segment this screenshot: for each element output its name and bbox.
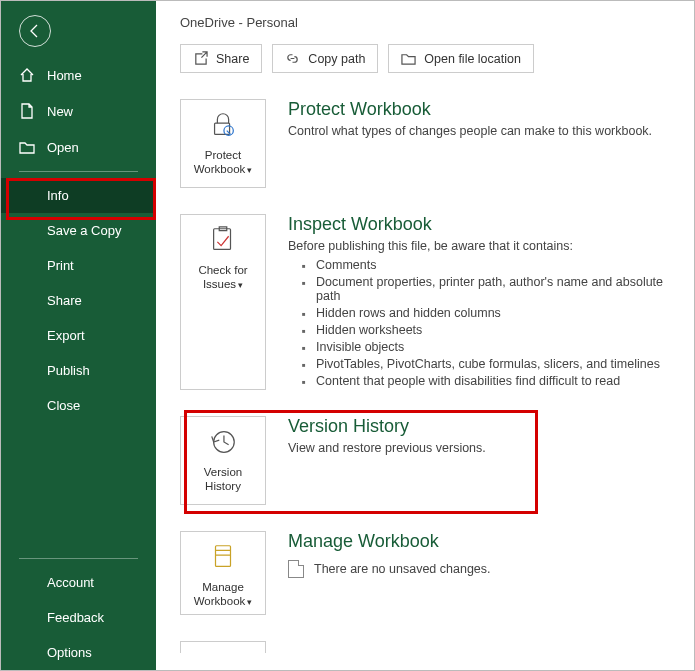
version-desc: View and restore previous versions. bbox=[288, 441, 676, 455]
chevron-down-icon: ▾ bbox=[247, 165, 252, 175]
check-issues-icon bbox=[208, 225, 238, 255]
page-title: OneDrive - Personal bbox=[180, 15, 676, 30]
nav-save-copy[interactable]: Save a Copy bbox=[1, 213, 156, 248]
svg-rect-0 bbox=[215, 123, 230, 134]
nav-close[interactable]: Close bbox=[1, 388, 156, 423]
version-tile-label: Version History bbox=[187, 465, 259, 494]
open-location-button[interactable]: Open file location bbox=[388, 44, 534, 73]
nav-export-label: Export bbox=[47, 328, 85, 343]
workbook-icon bbox=[208, 542, 238, 572]
arrow-left-icon bbox=[27, 23, 43, 39]
version-history-tile[interactable]: Version History bbox=[180, 416, 266, 505]
nav-account[interactable]: Account bbox=[1, 565, 156, 600]
manage-title: Manage Workbook bbox=[288, 531, 676, 552]
history-icon bbox=[208, 427, 238, 457]
inspect-list: Comments Document properties, printer pa… bbox=[288, 257, 676, 390]
share-button-label: Share bbox=[216, 52, 249, 66]
nav-home-label: Home bbox=[47, 68, 82, 83]
section-cutoff bbox=[180, 641, 676, 653]
section-inspect: Check for Issues▾ Inspect Workbook Befor… bbox=[180, 214, 676, 390]
nav-feedback-label: Feedback bbox=[47, 610, 104, 625]
open-folder-icon bbox=[19, 139, 35, 155]
nav-home[interactable]: Home bbox=[1, 57, 156, 93]
document-icon bbox=[288, 560, 304, 578]
protect-title: Protect Workbook bbox=[288, 99, 676, 120]
partial-tile bbox=[180, 641, 266, 653]
back-button[interactable] bbox=[19, 15, 51, 47]
nav-open[interactable]: Open bbox=[1, 129, 156, 165]
protect-tile-label: Protect Workbook bbox=[194, 149, 246, 175]
share-icon bbox=[193, 51, 208, 66]
nav-close-label: Close bbox=[47, 398, 80, 413]
divider bbox=[19, 558, 138, 559]
nav-publish-label: Publish bbox=[47, 363, 90, 378]
chevron-down-icon: ▾ bbox=[247, 597, 252, 607]
nav-export[interactable]: Export bbox=[1, 318, 156, 353]
nav-publish[interactable]: Publish bbox=[1, 353, 156, 388]
nav-new[interactable]: New bbox=[1, 93, 156, 129]
list-item: Hidden worksheets bbox=[302, 322, 676, 339]
protect-desc: Control what types of changes people can… bbox=[288, 124, 676, 138]
inspect-title: Inspect Workbook bbox=[288, 214, 676, 235]
manage-no-unsaved: There are no unsaved changes. bbox=[314, 562, 491, 576]
nav-print-label: Print bbox=[47, 258, 74, 273]
nav-account-label: Account bbox=[47, 575, 94, 590]
nav-feedback[interactable]: Feedback bbox=[1, 600, 156, 635]
manage-workbook-tile[interactable]: Manage Workbook▾ bbox=[180, 531, 266, 615]
nav-share[interactable]: Share bbox=[1, 283, 156, 318]
svg-rect-4 bbox=[216, 545, 231, 566]
list-item: Document properties, printer path, autho… bbox=[302, 274, 676, 305]
main-panel: OneDrive - Personal Share Copy path Open… bbox=[156, 1, 694, 670]
list-item: Content that people with disabilities fi… bbox=[302, 373, 676, 390]
open-location-button-label: Open file location bbox=[424, 52, 521, 66]
share-button[interactable]: Share bbox=[180, 44, 262, 73]
protect-workbook-tile[interactable]: Protect Workbook▾ bbox=[180, 99, 266, 188]
list-item: PivotTables, PivotCharts, cube formulas,… bbox=[302, 356, 676, 373]
list-item: Hidden rows and hidden columns bbox=[302, 305, 676, 322]
section-manage: Manage Workbook▾ Manage Workbook There a… bbox=[180, 531, 676, 615]
version-title: Version History bbox=[288, 416, 676, 437]
nav-options[interactable]: Options bbox=[1, 635, 156, 670]
divider bbox=[19, 171, 138, 172]
chevron-down-icon: ▾ bbox=[238, 280, 243, 290]
nav-share-label: Share bbox=[47, 293, 82, 308]
nav-open-label: Open bbox=[47, 140, 79, 155]
nav-print[interactable]: Print bbox=[1, 248, 156, 283]
link-icon bbox=[285, 51, 300, 66]
section-protect: Protect Workbook▾ Protect Workbook Contr… bbox=[180, 99, 676, 188]
copy-path-button[interactable]: Copy path bbox=[272, 44, 378, 73]
home-icon bbox=[19, 67, 35, 83]
list-item: Comments bbox=[302, 257, 676, 274]
inspect-desc: Before publishing this file, be aware th… bbox=[288, 239, 676, 253]
nav-info[interactable]: Info bbox=[1, 178, 156, 213]
copy-path-button-label: Copy path bbox=[308, 52, 365, 66]
backstage-sidebar: Home New Open Info Save a Copy Print Sha… bbox=[1, 1, 156, 670]
nav-options-label: Options bbox=[47, 645, 92, 660]
nav-save-copy-label: Save a Copy bbox=[47, 223, 121, 238]
list-item: Invisible objects bbox=[302, 339, 676, 356]
section-version: Version History Version History View and… bbox=[180, 416, 676, 505]
new-file-icon bbox=[19, 103, 35, 119]
nav-info-label: Info bbox=[47, 188, 69, 203]
svg-rect-2 bbox=[214, 229, 231, 250]
folder-icon bbox=[401, 51, 416, 66]
lock-icon bbox=[208, 110, 238, 140]
toolbar: Share Copy path Open file location bbox=[180, 44, 676, 73]
manage-tile-label: Manage Workbook bbox=[194, 581, 246, 607]
nav-new-label: New bbox=[47, 104, 73, 119]
check-issues-tile[interactable]: Check for Issues▾ bbox=[180, 214, 266, 390]
